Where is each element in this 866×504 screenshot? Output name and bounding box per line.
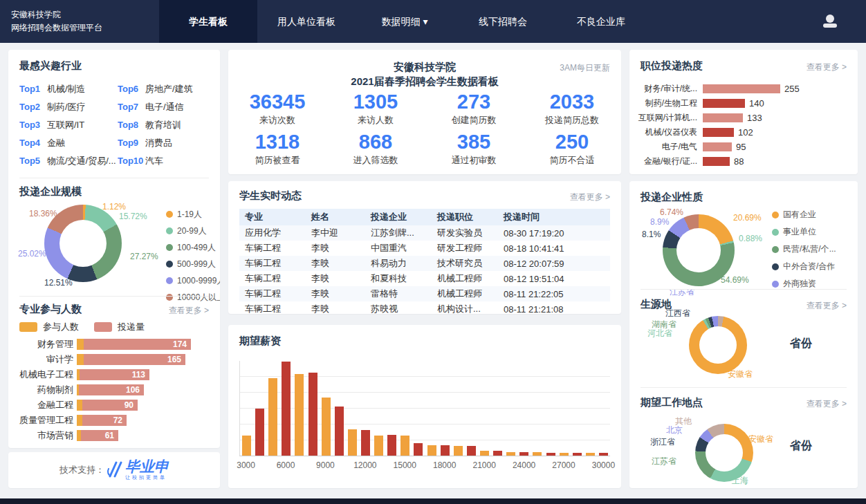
top-nav: 安徽科技学院 网络招聘会数据管理平台 学生看板用人单位看板数据明细 ▾线下招聘会…: [0, 0, 866, 43]
user-head-icon: [826, 15, 834, 23]
table-row: 车辆工程李映和夏科技机械工程师08-12 19:51:04: [239, 271, 610, 286]
user-avatar-icon[interactable]: [822, 13, 838, 30]
stat-cell: 36345来访次数: [228, 90, 326, 130]
heat-bar-row: 制药/生物工程140: [629, 96, 858, 111]
salary-bar: [308, 373, 317, 456]
dashboard-title-line2: 2021届春季招聘会学生数据看板: [228, 74, 621, 88]
nav-tab[interactable]: 用人单位看板: [257, 0, 356, 43]
logo-text: 毕业申: [125, 459, 169, 474]
support-card: 技术支持： 毕业申 让校招更简单: [8, 452, 220, 488]
stat-cell: 1318简历被查看: [228, 130, 326, 170]
donut-label: 27.27%: [130, 252, 158, 261]
nav-tab[interactable]: 学生看板: [159, 0, 257, 43]
legend-item: 100-499人: [166, 239, 220, 256]
table-header-cell: 姓名: [306, 211, 365, 223]
salary-bar: [374, 436, 383, 456]
legend-item: 1000-9999人: [166, 272, 220, 289]
table-header-cell: 投递时间: [498, 211, 610, 223]
salary-bar: [255, 409, 264, 456]
salary-bar: [322, 398, 331, 456]
salary-bar: [295, 374, 304, 456]
salary-x-tick: 15000: [394, 460, 416, 470]
origin-more-link[interactable]: 查看更多 >: [807, 300, 847, 312]
legend-item: 500-999人: [166, 256, 220, 272]
table-header-cell: 投递职位: [432, 211, 498, 223]
company-size-legend: 1-19人20-99人100-499人500-999人1000-9999人100…: [166, 206, 220, 306]
legend-label: 参与人数: [43, 321, 79, 333]
logo-tagline: 让校招更简单: [125, 474, 169, 481]
salary-bar: [493, 451, 502, 456]
salary-x-axis-labels: 3000600090001200015000180002100024000270…: [239, 460, 610, 472]
position-heat-more-link[interactable]: 查看更多 >: [807, 62, 847, 73]
company-size-title: 投递企业规模: [19, 185, 82, 198]
salary-bar: [506, 452, 515, 456]
industry-item: Top1机械/制造: [19, 83, 118, 101]
table-header-cell: 专业: [239, 211, 306, 223]
nav-tabs: 学生看板用人单位看板数据明细 ▾线下招聘会不良企业库: [159, 0, 650, 43]
salary-bar: [348, 429, 357, 456]
brand: 安徽科技学院 网络招聘会数据管理平台: [11, 8, 102, 35]
table-row: 车辆工程李映中国重汽研发工程师08-18 10:41:41: [239, 241, 610, 256]
nav-tab[interactable]: 不良企业库: [552, 0, 650, 43]
salary-x-tick: 6000: [277, 460, 295, 470]
stat-cell: 250简历不合适: [523, 130, 621, 170]
salary-bar: [533, 452, 542, 456]
heat-bar-row: 金融/银行/证...88: [629, 154, 858, 169]
industry-item: Top8教育培训: [118, 119, 210, 137]
update-note: 3AM每日更新: [560, 62, 610, 74]
legend-label: 投递量: [118, 321, 145, 333]
donut-label: 上海: [732, 475, 748, 487]
salary-x-tick: 12000: [353, 460, 376, 470]
donut-label: 1.12%: [102, 202, 126, 212]
salary-bar: [599, 453, 608, 456]
bottom-bar: [0, 498, 866, 504]
major-bar-row: 金融工程90: [8, 398, 220, 413]
salary-x-tick: 18000: [433, 460, 456, 470]
table-row: 车辆工程李映雷格特机械工程师08-11 21:22:05: [239, 286, 610, 301]
donut-label: 54.69%: [721, 275, 749, 285]
salary-card: 期望薪资 30006000900012000150001800021000240…: [228, 325, 621, 488]
right-panel: 投递企业性质 6.74% 8.9% 8.1% 20.69% 0.88% 54.6…: [629, 181, 858, 488]
major-more-link[interactable]: 查看更多 >: [169, 305, 209, 317]
activity-more-link[interactable]: 查看更多 >: [570, 192, 610, 203]
user-body-icon: [823, 24, 837, 28]
salary-bar: [268, 378, 277, 456]
donut-label: 河北省: [647, 328, 672, 339]
donut-label: 18.36%: [29, 209, 57, 218]
table-row: 应用化学李中迎江苏剑牌...研发实验员08-30 17:19:20: [239, 225, 610, 241]
major-bar-row: 机械电子工程113: [8, 367, 220, 382]
salary-bar: [454, 446, 463, 456]
industry-item: Top10汽车: [118, 155, 210, 173]
major-bar-row: 审计学165: [8, 352, 220, 367]
salary-bar: [387, 435, 396, 456]
industry-item: Top4金融: [19, 137, 118, 155]
salary-bar: [573, 453, 582, 456]
stat-cell: 385通过初审数: [425, 130, 523, 170]
activity-table-header: 专业姓名投递企业投递职位投递时间: [239, 209, 610, 225]
nav-tab[interactable]: 线下招聘会: [454, 0, 552, 43]
brand-line1: 安徽科技学院: [11, 8, 102, 21]
legend-item: 外商独资: [772, 275, 836, 289]
industry-item: Top9消费品: [118, 137, 210, 155]
overview-card: 安徽科技学院 2021届春季招聘会学生数据看板 3AM每日更新 36345来访次…: [228, 50, 621, 174]
donut-label: 12.51%: [44, 278, 73, 288]
activity-table-body: 应用化学李中迎江苏剑牌...研发实验员08-30 17:19:20车辆工程李映中…: [239, 225, 610, 314]
heat-bar-row: 机械/仪器仪表102: [629, 125, 858, 140]
legend-item: 民营/私营/个...: [772, 241, 836, 258]
donut-label: 15.72%: [119, 212, 147, 221]
salary-bar: [414, 443, 423, 456]
salary-bar: [560, 453, 569, 456]
donut-label: 北京: [666, 424, 683, 436]
origin-section: 生源地 查看更多 > 江苏省 江西省 湖南省 河北省 安徽省 省份: [629, 290, 858, 387]
work-location-more-link[interactable]: 查看更多 >: [807, 398, 847, 410]
nav-tab[interactable]: 数据明细 ▾: [356, 0, 454, 43]
donut-label: 6.74%: [660, 207, 683, 217]
table-row: 车辆工程李映科易动力技术研究员08-12 20:07:59: [239, 256, 610, 271]
major-bar-row: 财务管理174: [8, 337, 220, 352]
stats-grid: 36345来访次数1305来访人数273创建简历数2033投递简历总数1318简…: [228, 90, 621, 170]
left-panel: 最感兴趣行业 Top1机械/制造Top2制药/医疗Top3互联网/ITTop4金…: [8, 50, 220, 448]
origin-donut: [689, 316, 747, 374]
stat-cell: 273创建简历数: [425, 90, 523, 130]
biyeshen-logo: 毕业申 让校招更简单: [106, 459, 169, 481]
stat-cell: 868进入筛选数: [326, 130, 425, 170]
